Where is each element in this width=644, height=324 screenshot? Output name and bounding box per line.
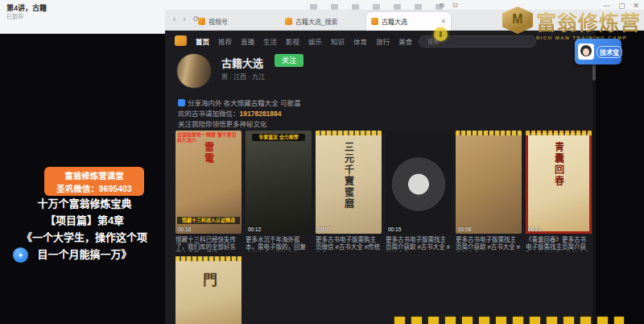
video-card[interactable]: 全国独家唯一精要 懂千家百科九流六雷電馆藏十三科送入认证精选00:16 馆藏十三… [175, 131, 242, 251]
nav-item[interactable]: 影视 [286, 36, 299, 46]
tab-favicon [198, 18, 205, 25]
video-card[interactable]: 00:15 更多古书电子版需找主页简介获取 #古书大全 #传统文化 [386, 131, 452, 251]
site-nav: 首页 推荐 直播 生活 影视 娱乐 知识 体育 旅行 美食 游戏 音乐 [175, 35, 457, 46]
nav-item-home[interactable]: 首页 [196, 36, 209, 46]
left-video-pane: 富翁修炼营课堂 圣巩微信：9695403 十万个富翁修炼宝典 【项目篇】第4章 … [0, 34, 165, 324]
back-icon[interactable]: ‹ [173, 15, 175, 23]
tab-favicon [285, 18, 292, 25]
duration-badge: 00:16 [178, 226, 191, 232]
forward-icon[interactable]: › [183, 15, 185, 23]
clipped-subtitle-fragment [394, 317, 624, 324]
video-card[interactable]: 00:08 更多古书电子版需找主页简介获取 #古书大全 #传统文化 [456, 131, 522, 251]
nav-item[interactable]: 直播 [241, 36, 254, 46]
close-icon[interactable]: ✕ [633, 2, 639, 10]
minimize-icon[interactable]: — [603, 2, 610, 10]
duration-badge: 00:07 [318, 226, 331, 232]
duration-badge: 00:15 [388, 226, 401, 232]
follow-button[interactable]: 关注 [275, 54, 303, 67]
wechat-number: 19178281884 [240, 110, 282, 118]
tab-close-icon[interactable]: ✕ [440, 18, 446, 25]
nav-item[interactable]: 推荐 [218, 36, 232, 46]
duration-badge: 00:08 [458, 226, 471, 232]
video-grid: 全国独家唯一精要 懂千家百科九流六雷電馆藏十三科送入认证精选00:16 馆藏十三… [175, 131, 596, 324]
video-card[interactable]: 門 [175, 256, 242, 324]
video-card[interactable]: 专家鉴定 全力推荐00:12 更多水沉千年海外孤本，需电子版的，回复古书大全 #… [246, 131, 312, 251]
verified-icon [178, 99, 185, 106]
nav-item[interactable]: 娱乐 [308, 36, 322, 46]
video-caption: 更多水沉千年海外孤本，需电子版的，回复古书大全 #传统文化 [246, 236, 312, 251]
tab-favicon [371, 18, 378, 25]
web-page: 首页 推荐 直播 生活 影视 娱乐 知识 体育 旅行 美食 游戏 音乐 搜索 古… [165, 31, 644, 324]
video-caption: 更多古书电子版需购主页微信 #古书大全 #传统文化 [316, 236, 382, 251]
duration-badge: 00:12 [248, 226, 261, 232]
window-controls: — ▢ ✕ [603, 2, 639, 10]
video-caption: 更多古书电子版需找主页简介获取 #古书大全 #传统文化 [386, 236, 452, 251]
video-caption: 更多古书电子版需找主页简介获取 #古书大全 #传统文化 [456, 236, 522, 251]
nav-item[interactable]: 体育 [353, 36, 367, 46]
avatar[interactable] [176, 53, 212, 89]
lesson-title: 十万个富翁修炼宝典 【项目篇】第4章 《一个大学生，操作这个项 目一个月能搞一万… [11, 195, 158, 263]
profile-name: 古籍大选 [221, 55, 263, 70]
profile-bio: 分享海内外 各大馆藏古籍大全 可能喜 欢的古书请加微信：19178281884 … [178, 98, 379, 130]
nav-item[interactable]: 生活 [263, 36, 277, 46]
tab-search[interactable]: 古籍大选_搜索 [280, 12, 365, 31]
blue-gem-icon: ✦ [13, 247, 28, 263]
assistant-avatar [578, 44, 594, 60]
tab-shipinhao[interactable]: 视频号 [193, 12, 278, 31]
video-caption: 馆藏十三科已经快失传了，我们库的全部好东西太多了，懂行… [175, 236, 242, 251]
wechat-contact-badge: 富翁修炼营课堂 圣巩微信：9695403 [44, 167, 144, 196]
click-indicator [434, 27, 448, 41]
assistant-badge[interactable]: 技术宝 [575, 39, 621, 64]
layout-icons[interactable]: ⧉ ⊡ [440, 2, 461, 10]
site-logo-icon[interactable] [175, 35, 187, 46]
nav-item[interactable]: 美食 [398, 36, 412, 46]
nav-item[interactable]: 旅行 [376, 36, 390, 46]
page-gutter [596, 31, 644, 324]
profile-meta: 男 · 江西 · 九江 [221, 72, 265, 81]
nav-item[interactable]: 知识 [331, 36, 345, 46]
video-card[interactable]: 三元千寶蜜麿00:07 更多古书电子版需购主页微信 #古书大全 #传统文化 [316, 131, 382, 251]
assistant-label: 技术宝 [597, 46, 622, 58]
browser-tabstrip: ‹ › ⟳ 视频号 古籍大选_搜索 古籍大选 ✕ [165, 10, 644, 31]
duration-badge: 00:21 [528, 226, 541, 232]
screen: 第4讲，古籍 已暂停 ⧉ ⊡ — ▢ ✕ ‹ › ⟳ 视频号 [0, 0, 644, 324]
recording-status: 已暂停 [6, 12, 23, 20]
maximize-icon[interactable]: ▢ [618, 2, 625, 10]
video-card[interactable]: 青囊回春00:21 《青囊回春》更多古书电子版需找主页简介获取 #古书大全 #传… [526, 131, 592, 251]
video-caption: 《青囊回春》更多古书电子版需找主页简介获取 #古书大全 #传统文化 [526, 236, 592, 251]
